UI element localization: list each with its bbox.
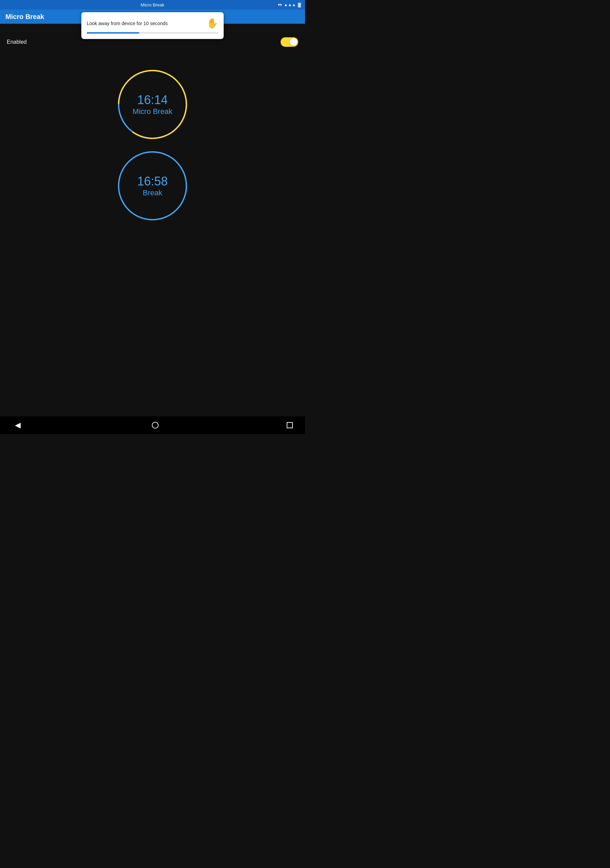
nav-bar: ◀ bbox=[0, 416, 305, 434]
battery-icon: ▓ bbox=[298, 2, 301, 7]
svg-point-2 bbox=[119, 152, 186, 220]
notification-content: Look away from device for 10 seconds ✋ bbox=[87, 18, 218, 29]
toggle-knob bbox=[290, 38, 297, 46]
status-bar-title: Micro Break bbox=[141, 2, 164, 8]
hand-icon: ✋ bbox=[206, 18, 218, 29]
recent-apps-button[interactable] bbox=[287, 422, 293, 428]
main-content: Enabled 16:14 Micro Break 16 bbox=[0, 24, 305, 230]
notification-card: Look away from device for 10 seconds ✋ bbox=[81, 12, 224, 39]
progress-bar-container bbox=[87, 32, 218, 34]
enabled-toggle[interactable] bbox=[280, 37, 298, 47]
toolbar-title: Micro Break bbox=[5, 13, 44, 21]
progress-bar-fill bbox=[87, 32, 139, 34]
notification-text: Look away from device for 10 seconds bbox=[87, 21, 202, 26]
timer-circle-break[interactable]: 16:58 Break bbox=[115, 149, 190, 223]
circles-container: 16:14 Micro Break 16:58 Break bbox=[5, 67, 300, 223]
back-button[interactable]: ◀ bbox=[12, 418, 23, 432]
status-bar: Micro Break ▾▾ ▲▲▲ ▓ bbox=[0, 0, 305, 9]
signal-icon: ▲▲▲ bbox=[284, 2, 296, 7]
timer-circle-micro-break[interactable]: 16:14 Micro Break bbox=[115, 67, 190, 142]
status-bar-icons: ▾▾ ▲▲▲ ▓ bbox=[278, 2, 301, 7]
home-button[interactable] bbox=[152, 422, 159, 429]
circle-svg-micro-break bbox=[115, 67, 190, 142]
enabled-label: Enabled bbox=[7, 39, 27, 45]
circle-svg-break bbox=[115, 149, 190, 223]
wifi-icon: ▾▾ bbox=[278, 2, 282, 7]
